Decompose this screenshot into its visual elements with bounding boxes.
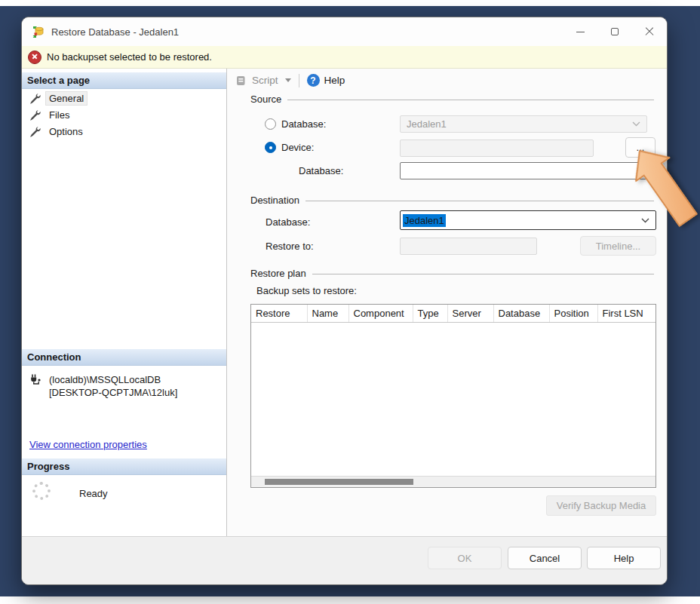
window-controls bbox=[563, 17, 667, 46]
backup-sets-table-header: Restore Name Component Type Server Datab… bbox=[251, 305, 655, 323]
titlebar: Restore Database - Jedalen1 bbox=[22, 17, 667, 46]
view-connection-properties-link[interactable]: View connection properties bbox=[29, 439, 147, 450]
database-radio[interactable] bbox=[265, 118, 276, 130]
cancel-button[interactable]: Cancel bbox=[508, 547, 582, 569]
error-icon bbox=[28, 51, 41, 64]
dialog-body: Select a page General Files Options Conn… bbox=[22, 69, 667, 538]
alert-message: No backupset selected to be restored. bbox=[47, 51, 212, 63]
connection-server: (localdb)\MSSQLLocalDB bbox=[49, 373, 177, 386]
progress-status: Ready bbox=[79, 488, 108, 499]
source-database-select-label: Database: bbox=[299, 165, 343, 176]
help-button[interactable]: Help bbox=[587, 547, 661, 569]
ok-button[interactable]: OK bbox=[428, 547, 502, 569]
source-database-value: Jedalen1 bbox=[407, 118, 447, 130]
database-radio-label: Database: bbox=[281, 118, 326, 130]
connection-icon bbox=[29, 373, 43, 387]
help-toolbar-button[interactable]: Help bbox=[324, 75, 345, 86]
section-rule bbox=[312, 274, 654, 274]
restore-to-label: Restore to: bbox=[266, 241, 314, 252]
sidebar: Select a page General Files Options Conn… bbox=[22, 69, 227, 538]
close-button[interactable] bbox=[632, 17, 667, 46]
section-rule bbox=[287, 100, 654, 100]
restore-database-app-icon bbox=[32, 26, 45, 38]
restore-plan-section-header: Restore plan bbox=[250, 268, 654, 279]
script-dropdown-caret-icon[interactable] bbox=[285, 78, 291, 82]
connection-user: [DESKTOP-QCPTJMA\12luk] bbox=[49, 386, 177, 399]
close-icon bbox=[645, 27, 654, 36]
destination-database-value: Jedalen1 bbox=[403, 214, 446, 227]
source-database-select[interactable] bbox=[400, 162, 656, 179]
restore-database-dialog: Restore Database - Jedalen1 No backupset… bbox=[21, 17, 668, 585]
scrollbar-thumb[interactable] bbox=[265, 479, 413, 485]
minimize-icon bbox=[576, 32, 585, 32]
sidebar-item-label: Options bbox=[46, 125, 86, 138]
restore-plan-section-label: Restore plan bbox=[250, 268, 306, 279]
column-header-position: Position bbox=[549, 305, 597, 322]
horizontal-scrollbar[interactable] bbox=[251, 476, 655, 487]
script-icon bbox=[235, 75, 247, 87]
connection-header: Connection bbox=[22, 349, 226, 366]
device-radio-label: Device: bbox=[281, 142, 314, 153]
restore-to-field[interactable] bbox=[400, 238, 537, 255]
column-header-server: Server bbox=[447, 305, 493, 322]
verify-backup-media-button[interactable]: Verify Backup Media bbox=[546, 495, 656, 516]
validation-alert-bar: No backupset selected to be restored. bbox=[22, 46, 667, 69]
script-button[interactable]: Script bbox=[252, 75, 278, 86]
device-path-field[interactable] bbox=[400, 140, 594, 157]
maximize-icon bbox=[611, 28, 619, 35]
column-header-database: Database bbox=[493, 305, 549, 322]
toolbar: Script ? Help bbox=[228, 69, 667, 92]
column-header-type: Type bbox=[413, 305, 447, 322]
device-radio[interactable] bbox=[265, 142, 276, 153]
destination-database-combobox[interactable]: Jedalen1 bbox=[400, 210, 656, 230]
sidebar-item-label: General bbox=[46, 92, 87, 105]
chevron-down-icon bbox=[641, 218, 649, 223]
source-section-header: Source bbox=[250, 94, 654, 105]
source-database-combobox[interactable]: Jedalen1 bbox=[400, 115, 647, 133]
progress-spinner-icon bbox=[32, 482, 51, 500]
maximize-button[interactable] bbox=[597, 17, 632, 46]
help-icon: ? bbox=[307, 74, 320, 87]
sidebar-item-files[interactable]: Files bbox=[29, 109, 72, 121]
progress-header: Progress bbox=[22, 458, 226, 475]
toolbar-separator bbox=[299, 74, 299, 87]
connection-info: (localdb)\MSSQLLocalDB [DESKTOP-QCPTJMA\… bbox=[29, 373, 177, 399]
timeline-button[interactable]: Timeline... bbox=[580, 236, 656, 256]
sidebar-item-label: Files bbox=[46, 109, 72, 121]
destination-section-label: Destination bbox=[250, 195, 299, 206]
column-header-restore: Restore bbox=[251, 305, 307, 322]
chevron-down-icon bbox=[632, 121, 640, 127]
backup-sets-label: Backup sets to restore: bbox=[256, 285, 357, 296]
window-title: Restore Database - Jedalen1 bbox=[51, 26, 179, 38]
select-a-page-header: Select a page bbox=[22, 72, 226, 89]
wrench-icon bbox=[29, 93, 41, 104]
destination-section-header: Destination bbox=[250, 195, 654, 206]
column-header-name: Name bbox=[307, 305, 348, 322]
source-section-label: Source bbox=[250, 94, 281, 105]
dialog-footer: OK Cancel Help bbox=[22, 536, 667, 584]
column-header-component: Component bbox=[348, 305, 413, 322]
content-pane: Script ? Help Source Database: Jedalen1 … bbox=[228, 69, 667, 538]
column-header-first-lsn: First LSN bbox=[597, 305, 655, 322]
wrench-icon bbox=[29, 109, 41, 121]
minimize-button[interactable] bbox=[563, 17, 597, 46]
sidebar-item-general[interactable]: General bbox=[29, 92, 87, 105]
browse-device-button[interactable]: ... bbox=[625, 137, 655, 158]
chevron-down-icon bbox=[641, 168, 649, 173]
backup-sets-table[interactable]: Restore Name Component Type Server Datab… bbox=[250, 304, 656, 488]
destination-database-label: Database: bbox=[266, 216, 310, 228]
sidebar-item-options[interactable]: Options bbox=[29, 125, 86, 138]
wrench-icon bbox=[29, 126, 41, 137]
section-rule bbox=[305, 201, 654, 201]
